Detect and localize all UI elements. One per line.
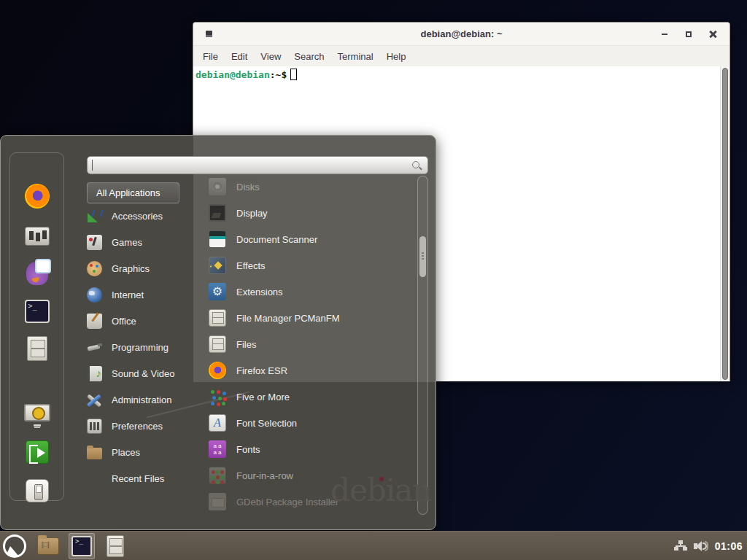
network-icon[interactable]	[674, 540, 687, 552]
desktop-folder-launcher[interactable]	[35, 533, 61, 559]
effects-icon	[209, 257, 226, 274]
firefox-icon	[25, 184, 50, 209]
volume-icon[interactable]	[694, 540, 708, 552]
favorite-sound-mixer[interactable]	[23, 222, 52, 251]
prompt-user-host: debian@debian	[196, 69, 270, 80]
app-fonts[interactable]: Fonts	[209, 438, 413, 461]
lock-screen-button[interactable]	[23, 398, 52, 427]
internet-icon	[87, 287, 102, 303]
category-all-applications[interactable]: All Applications	[87, 182, 179, 203]
menu-search[interactable]: Search	[287, 48, 330, 65]
recent-files-spacer	[87, 471, 102, 486]
window-icon	[206, 31, 212, 37]
app-files[interactable]: Files	[209, 332, 413, 356]
maximize-icon	[686, 31, 692, 37]
terminal-scrollbar[interactable]	[720, 66, 729, 381]
menu-file[interactable]: File	[196, 48, 225, 65]
terminal-titlebar[interactable]: debian@debian: ~	[193, 23, 729, 46]
category-administration[interactable]: Administration	[87, 388, 196, 411]
preferences-icon	[87, 419, 102, 434]
app-firefox-esr[interactable]: Firefox ESR	[209, 359, 413, 382]
search-input[interactable]	[97, 160, 411, 171]
fonts-icon	[209, 440, 226, 458]
app-disks[interactable]: Disks	[209, 175, 413, 198]
application-menu: All Applications Accessories Games Graph…	[0, 135, 436, 530]
administration-icon	[87, 392, 102, 408]
firefox-icon	[209, 362, 226, 379]
category-recent-files[interactable]: Recent Files	[87, 467, 196, 490]
app-five-or-more[interactable]: Five or More	[209, 385, 413, 408]
category-label: All Applications	[96, 187, 160, 198]
sound-video-icon	[87, 366, 102, 381]
favorite-firefox[interactable]	[23, 182, 52, 211]
disks-icon	[209, 178, 226, 195]
lock-screen-icon	[24, 404, 50, 421]
log-out-icon	[26, 440, 49, 464]
app-document-scanner[interactable]: Document Scanner	[209, 228, 413, 251]
menu-edit[interactable]: Edit	[225, 48, 254, 65]
terminal-menubar: File Edit View Search Terminal Help	[193, 46, 729, 66]
terminal-task-button[interactable]	[69, 533, 95, 559]
category-preferences[interactable]: Preferences	[87, 414, 196, 438]
close-button[interactable]	[706, 28, 719, 41]
category-accessories[interactable]: Accessories	[87, 204, 196, 228]
search-box[interactable]	[87, 156, 428, 174]
desktop: debian@debian: ~ File Edit View Search T…	[0, 0, 747, 560]
minimize-button[interactable]	[658, 28, 671, 41]
file-cabinet-icon	[209, 309, 226, 327]
search-caret	[92, 160, 93, 171]
category-office[interactable]: Office	[87, 309, 196, 332]
programming-icon	[87, 340, 102, 355]
file-cabinet-icon	[107, 535, 124, 557]
app-display[interactable]: Display	[209, 201, 413, 225]
document-scanner-icon	[209, 230, 226, 248]
app-effects[interactable]: Effects	[209, 254, 413, 277]
font-selection-icon	[209, 414, 226, 432]
menu-view[interactable]: View	[254, 48, 287, 65]
category-graphics[interactable]: Graphics	[87, 257, 196, 280]
shut-down-icon	[26, 479, 49, 502]
category-internet[interactable]: Internet	[87, 283, 196, 306]
app-font-selection[interactable]: Font Selection	[209, 411, 413, 435]
category-sound-video[interactable]: Sound & Video	[87, 362, 196, 385]
games-icon	[87, 235, 102, 250]
five-or-more-icon	[209, 388, 226, 405]
office-icon	[87, 314, 102, 329]
terminal-scrollbar-thumb[interactable]	[722, 68, 728, 380]
app-four-in-a-row[interactable]: Four-in-a-row	[209, 464, 413, 487]
menu-button[interactable]	[1, 533, 28, 559]
app-gdebi-package-installer[interactable]: GDebi Package Installer	[209, 490, 413, 513]
clock[interactable]: 01:06	[715, 540, 743, 552]
shell-prompt: debian@debian:~$	[196, 69, 297, 80]
log-out-button[interactable]	[23, 438, 52, 467]
four-in-a-row-icon	[209, 467, 226, 484]
display-icon	[209, 204, 226, 222]
menu-terminal[interactable]: Terminal	[331, 48, 380, 65]
text-cursor	[290, 69, 297, 80]
app-list-scrollbar-thumb[interactable]	[419, 236, 426, 277]
menu-help[interactable]: Help	[380, 48, 413, 65]
favorite-messenger[interactable]	[23, 259, 52, 288]
minimize-icon	[662, 34, 667, 35]
mixer-icon	[25, 227, 50, 246]
graphics-icon	[87, 261, 102, 276]
category-places[interactable]: Places	[87, 440, 196, 464]
terminal-icon	[25, 300, 50, 323]
maximize-button[interactable]	[682, 28, 695, 41]
favorite-file-manager[interactable]	[23, 334, 52, 363]
category-programming[interactable]: Programming	[87, 335, 196, 359]
gdebi-icon	[209, 493, 226, 510]
terminal-icon	[71, 536, 92, 556]
search-icon	[411, 160, 422, 171]
app-list-scrollbar[interactable]	[417, 176, 428, 515]
file-cabinet-icon	[209, 335, 226, 353]
app-extensions[interactable]: Extensions	[209, 280, 413, 303]
menu-logo-icon	[3, 534, 26, 558]
category-games[interactable]: Games	[87, 230, 196, 254]
places-icon	[87, 448, 102, 459]
shut-down-button[interactable]	[23, 476, 52, 505]
app-file-manager-pcmanfm[interactable]: File Manager PCManFM	[209, 306, 413, 330]
folder-icon	[37, 537, 59, 555]
files-launcher[interactable]	[102, 533, 128, 559]
favorite-terminal[interactable]	[23, 297, 52, 326]
